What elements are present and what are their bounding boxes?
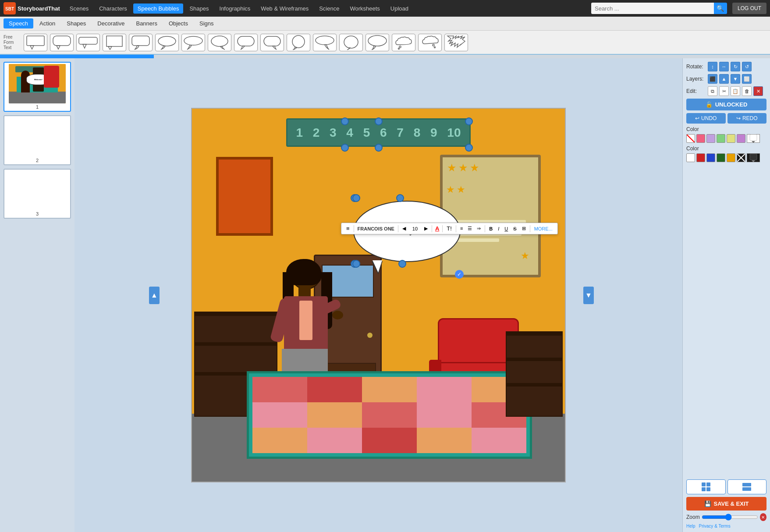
grid-view-button[interactable] [686,479,726,494]
slide-1[interactable]: Welcome! 1 [4,62,71,112]
bubble-shape-round-rect[interactable] [50,34,74,51]
confirm-check[interactable]: ✓ [455,270,464,279]
bubble-shape-speech1[interactable] [129,34,153,51]
edit-close[interactable]: ✕ [753,86,763,96]
align-btn[interactable]: ≡ [344,224,352,233]
bold-btn[interactable]: B [487,225,495,232]
bubble-shape-wide-ellipse2[interactable] [365,34,389,51]
font-color-btn[interactable]: A [434,224,440,233]
handle-bubble-tc[interactable] [352,194,360,202]
logout-button[interactable]: LOG OUT [732,3,766,14]
slide-3[interactable]: 3 [4,169,71,219]
bubble-shape-wide-ellipse[interactable] [313,34,337,51]
align-left[interactable]: ≡ [458,225,465,232]
font-size-up[interactable]: ▶ [422,225,430,232]
bubble-shape-rounded1[interactable] [234,34,258,51]
search-button[interactable]: 🔍 [714,3,727,14]
rotate-btn-3[interactable]: ↻ [731,62,740,71]
handle-top-right[interactable] [465,117,473,125]
list-view-button[interactable] [727,479,767,494]
layer-btn-1[interactable]: ⬛ [708,74,717,84]
subnav-action[interactable]: Action [34,18,60,28]
help-link[interactable]: Help [686,524,695,528]
more-btn[interactable]: MORE... [532,225,555,232]
handle-bubble-tr[interactable] [396,194,404,202]
nav-science[interactable]: Science [315,4,344,14]
rotate-btn-1[interactable]: ↕ [708,62,717,71]
canvas-scroll-down[interactable]: ▼ [583,287,594,304]
color-dropdown-1[interactable] [747,134,760,143]
subnav-objects[interactable]: Objects [163,18,193,28]
rotate-btn-2[interactable]: ↔ [719,62,729,71]
font-size[interactable]: 10 [409,226,421,231]
bubble-shape-oval2[interactable] [208,34,231,51]
layer-btn-4[interactable]: ⬜ [742,74,752,84]
swatch2-blue[interactable] [706,153,715,162]
nav-characters[interactable]: Characters [95,4,131,14]
list-btn[interactable]: ☰ [465,225,474,232]
swatch2-darkgreen[interactable] [717,153,725,162]
bubble-shape-rounded2[interactable] [260,34,284,51]
indent-btn[interactable]: ⇒ [475,225,483,232]
handle-top-mid[interactable] [375,117,383,125]
layer-btn-2[interactable]: ▲ [719,74,729,84]
bubble-shape-jagged[interactable] [444,34,468,51]
swatch-pink[interactable] [696,134,705,143]
bubble-shape-rect[interactable] [24,34,47,51]
subnav-banners[interactable]: Banners [131,18,162,28]
swatch2-red[interactable] [696,153,705,162]
swatch2-x[interactable] [737,153,745,162]
strikethrough-btn[interactable]: S [511,225,518,232]
swatch-purple[interactable] [737,134,745,143]
text-style-T[interactable]: T! [444,224,454,233]
logo[interactable]: SBT StoryboardThat [4,2,60,14]
handle-top-left[interactable] [341,117,349,125]
edit-cut[interactable]: ✂ [719,86,729,96]
nav-shapes[interactable]: Shapes [185,4,213,14]
nav-upload[interactable]: Upload [386,4,413,14]
italic-btn[interactable]: I [496,225,501,232]
edit-copy[interactable]: ⧉ [708,86,717,96]
underline-btn[interactable]: U [502,225,510,232]
bubble-shape-circle[interactable] [287,34,310,51]
slide-2[interactable]: 2 [4,115,71,165]
handle-mid-right[interactable] [465,144,473,152]
nav-infographics[interactable]: Infographics [215,4,255,14]
zoom-slider[interactable] [702,514,758,521]
handle-mid-mid[interactable] [375,144,383,152]
swatch-lavender[interactable] [706,134,715,143]
subnav-shapes[interactable]: Shapes [61,18,91,28]
canvas-scroll-up[interactable]: ▲ [149,287,160,304]
swatch2-orange[interactable] [727,153,735,162]
handle-bubble-mc[interactable] [352,260,360,268]
swatch-yellow[interactable] [727,134,735,143]
bubble-shape-cloud[interactable] [392,34,415,51]
nav-web-wireframes[interactable]: Web & Wireframes [256,4,313,14]
bubble-shape-tall-oval[interactable] [339,34,363,51]
nav-speech-bubbles[interactable]: Speech Bubbles [133,4,184,14]
bubble-shape-oval[interactable] [155,34,179,51]
edit-delete[interactable]: 🗑 [742,86,752,96]
bubble-shape-wide-rect[interactable] [76,34,100,51]
undo-button[interactable]: ↩ UNDO [686,113,726,124]
table-btn[interactable]: ⊞ [520,225,528,232]
swatch-green[interactable] [717,134,725,143]
zoom-reset-button[interactable]: ✕ [760,513,766,521]
nav-scenes[interactable]: Scenes [65,4,93,14]
save-exit-button[interactable]: 💾 SAVE & EXIT [686,497,766,511]
redo-button[interactable]: ↪ REDO [727,113,767,124]
search-input[interactable] [591,3,714,14]
swatch2-white[interactable] [686,153,695,162]
edit-paste[interactable]: 📋 [731,86,740,96]
bubble-shape-cloud2[interactable] [418,34,442,51]
layer-btn-3[interactable]: ▼ [731,74,740,84]
font-name[interactable]: FRANCOIS ONE [356,225,396,232]
rotate-btn-4[interactable]: ↺ [742,62,752,71]
font-size-down[interactable]: ◀ [400,225,408,232]
unlocked-button[interactable]: 🔓 UNLOCKED [686,99,766,110]
privacy-link[interactable]: Privacy & Terms [699,524,731,528]
subnav-speech[interactable]: Speech [4,18,33,28]
color-dropdown-2[interactable] [747,153,760,162]
bubble-shape-square[interactable] [103,34,126,51]
subnav-signs[interactable]: Signs [194,18,219,28]
